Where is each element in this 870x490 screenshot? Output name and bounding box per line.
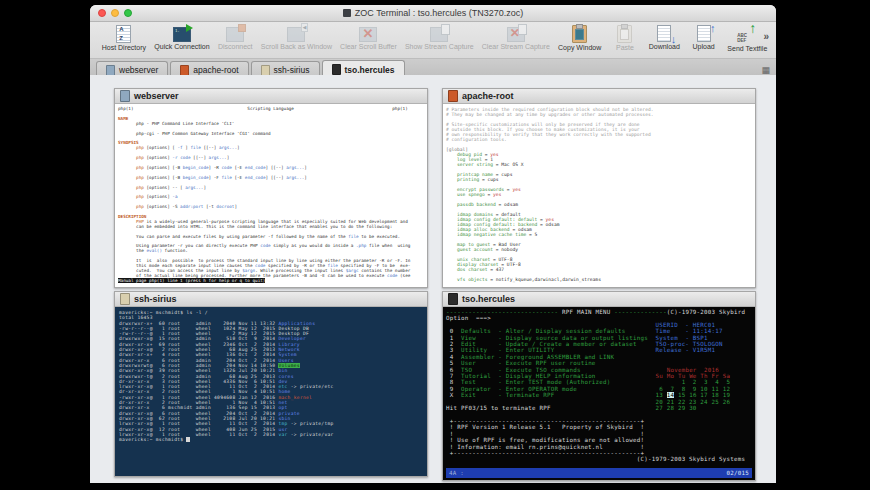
panel-webserver: webserver php(1) Scripting Language php(… — [114, 88, 428, 288]
toolbar-item-label: Scroll Back as Window — [261, 43, 332, 50]
toolbar-item-label: Paste — [616, 44, 634, 51]
toolbar-item-label: Show Stream Capture — [405, 43, 474, 50]
host-directory-button[interactable]: Host Directory — [102, 24, 146, 51]
disconnect-button: Disconnect — [218, 24, 252, 50]
window-title: ZOC Terminal : tso.hercules (TN3270.zoc) — [355, 8, 523, 18]
oia-status-bar: 4A :02/015 — [446, 468, 752, 478]
ssh-sirius-terminal-screen[interactable]: mavericks:~ mschmidt$ ls -l /total 16453… — [115, 307, 427, 476]
panel-apache-root-titlebar[interactable]: apache-root — [443, 89, 755, 104]
terminal-line: php(1) Scripting Language php(1) — [118, 107, 424, 112]
app-window: ZOC Terminal : tso.hercules (TN3270.zoc)… — [90, 5, 776, 483]
tab-terminal-icon — [106, 65, 115, 76]
window-controls — [98, 9, 132, 17]
clear-stream-capture-button: Clear Stream Capture — [482, 24, 549, 50]
tab-label: ssh-sirius — [274, 65, 310, 75]
disconnect-icon — [226, 27, 244, 42]
panel-ssh-sirius: ssh-sirius mavericks:~ mschmidt$ ls -l /… — [114, 291, 428, 477]
tso-hercules-terminal-screen[interactable]: ------------------------------ RPF MAIN … — [443, 307, 755, 480]
terminal-icon — [448, 293, 458, 305]
terminal-icon — [120, 90, 130, 102]
panel-tso-hercules: tso.hercules ---------------------------… — [442, 291, 756, 481]
oia-indicator: 4A : — [449, 468, 464, 478]
panel-ssh-sirius-title: ssh-sirius — [134, 294, 177, 304]
terminal-line: You can parse and execute files by using… — [118, 235, 424, 240]
copy-window-button[interactable]: Copy Window — [558, 24, 601, 51]
webserver-terminal-screen[interactable]: php(1) Scripting Language php(1) NAME ph… — [115, 104, 427, 287]
toolbar-item-label: Host Directory — [102, 44, 146, 51]
toolbar-item-label: Upload — [693, 43, 715, 50]
minimize-button[interactable] — [111, 9, 119, 17]
toolbar-item-label: Clear Stream Capture — [482, 43, 550, 50]
show-stream-capture-button: Show Stream Capture — [405, 24, 473, 50]
terminal-icon — [448, 90, 458, 102]
panel-ssh-sirius-titlebar[interactable]: ssh-sirius — [115, 292, 427, 307]
tab-terminal-icon — [261, 65, 270, 76]
terminal-line: can be embedded into HTML. This is the c… — [118, 225, 424, 230]
window-document-icon — [343, 9, 351, 17]
tab-grid-icon[interactable]: ▦ — [761, 65, 770, 75]
panel-webserver-titlebar[interactable]: webserver — [115, 89, 427, 104]
scroll-back-as-window-icon — [287, 27, 305, 42]
quick-connection-icon — [173, 27, 191, 42]
upload-icon — [697, 25, 711, 42]
tab-terminal-icon — [332, 64, 341, 75]
toolbar-item-label: Copy Window — [558, 44, 601, 51]
clear-scroll-buffer-button: Clear Scroll Buffer — [341, 24, 397, 50]
panel-tso-hercules-titlebar[interactable]: tso.hercules — [443, 292, 755, 307]
close-button[interactable] — [98, 9, 106, 17]
paste-icon — [617, 25, 632, 43]
paste-button: Paste — [610, 24, 640, 51]
toolbar-item-label: Clear Scroll Buffer — [340, 43, 397, 50]
scroll-back-as-window-button: Scroll Back as Window — [261, 24, 331, 50]
terminal-line: Manual page php(1) line 1 (press h for h… — [118, 279, 424, 284]
titlebar[interactable]: ZOC Terminal : tso.hercules (TN3270.zoc) — [90, 5, 776, 22]
panel-webserver-title: webserver — [134, 91, 179, 101]
terminal-icon — [120, 293, 130, 305]
show-stream-capture-icon — [430, 27, 448, 42]
copy-window-icon — [572, 25, 587, 43]
terminal-line: (C)-1979-2003 Skybird Systems — [446, 456, 752, 462]
main-area: webserver php(1) Scripting Language php(… — [90, 75, 776, 483]
tab-label: webserver — [119, 65, 158, 75]
panel-apache-root: apache-root # Parameters inside the requ… — [442, 88, 756, 288]
panel-tso-hercules-title: tso.hercules — [462, 294, 515, 304]
toolbar-overflow-chevron-icon[interactable]: » — [763, 32, 769, 42]
send-textfile-icon — [737, 24, 757, 44]
zoom-button[interactable] — [124, 9, 132, 17]
toolbar-item-label: Quick Connection — [154, 43, 209, 50]
terminal-line: vfs objects = notify_kqueue,darwinacl,da… — [446, 277, 752, 282]
host-directory-icon — [116, 25, 131, 43]
upload-button[interactable]: Upload — [689, 24, 719, 50]
clear-stream-capture-icon — [507, 27, 525, 42]
oia-cursor-position: 02/015 — [727, 468, 749, 478]
toolbar-item-label: Disconnect — [218, 43, 253, 50]
toolbar: Host DirectoryQuick ConnectionDisconnect… — [90, 22, 776, 59]
download-icon — [657, 25, 671, 42]
download-button[interactable]: Download — [649, 24, 680, 50]
toolbar-item-label: Send Textfile — [727, 45, 767, 52]
apache-root-terminal-screen[interactable]: # Parameters inside the required configu… — [443, 104, 755, 287]
clear-scroll-buffer-icon — [359, 27, 377, 42]
tab-label: apache-root — [193, 65, 238, 75]
terminal-line: mavericks:~ mschmidt$ — [119, 437, 423, 442]
panel-apache-root-title: apache-root — [462, 91, 514, 101]
tab-terminal-icon — [180, 65, 189, 76]
window-title-group: ZOC Terminal : tso.hercules (TN3270.zoc) — [343, 8, 523, 18]
quick-connection-button[interactable]: Quick Connection — [155, 24, 209, 50]
tab-label: tso.hercules — [345, 65, 395, 75]
send-textfile-button[interactable]: Send Textfile — [728, 24, 767, 52]
